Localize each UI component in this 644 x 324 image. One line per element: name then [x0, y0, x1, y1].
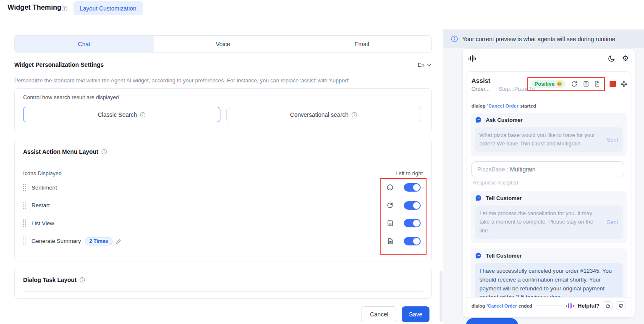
- chat-bubble-icon: [475, 252, 482, 259]
- moon-icon[interactable]: [607, 55, 615, 63]
- info-icon: [451, 35, 458, 42]
- message-text: I have successfully canceled your order …: [479, 267, 618, 297]
- conversation-area: dialog 'Cancel Order started Ask Custome…: [466, 96, 631, 297]
- assist-widget: Assist Order... Step: :Pizza To... Posit…: [466, 71, 631, 314]
- message-card: Ask Customer What pizza base would you l…: [471, 113, 627, 156]
- classic-search-label: Classic Search: [98, 111, 137, 118]
- chevron-down-icon: [427, 63, 432, 66]
- language-selector[interactable]: En: [418, 62, 432, 68]
- chat-bubble-icon: [475, 195, 482, 202]
- waveform-icon: [469, 55, 476, 62]
- search-display-label: Control how search result are displayed: [23, 94, 119, 100]
- info-icon[interactable]: [61, 5, 68, 12]
- thumbs-down-button[interactable]: [616, 301, 626, 310]
- response-status: Response Accepted: [473, 180, 624, 186]
- collapse-icon[interactable]: [620, 80, 628, 87]
- thumbs-up-button[interactable]: [603, 301, 613, 310]
- menu-row-list-view: List View: [15, 214, 431, 232]
- sentiment-badge: Positive: [531, 80, 565, 88]
- widget-footer: dialog 'Cancel Order ended Helpful?: [466, 297, 631, 314]
- preview-banner: Your current preview is what agents will…: [443, 29, 644, 48]
- divider: [15, 163, 431, 163]
- conversational-search-label: Conversational search: [290, 111, 348, 118]
- response-input-wrap: PizzaBase : Multigrain Response Accepted: [471, 161, 624, 191]
- drag-handle-icon[interactable]: [23, 202, 26, 209]
- page-title: Widget Theming: [8, 3, 61, 11]
- tab-email[interactable]: Email: [292, 36, 431, 52]
- cancel-button[interactable]: Cancel: [361, 306, 397, 322]
- input-label: PizzaBase :: [477, 166, 508, 173]
- assist-action-menu-card: Assist Action Menu Layout Icons Displaye…: [14, 139, 432, 261]
- menu-row-restart: Restart: [15, 197, 431, 215]
- tab-chat[interactable]: Chat: [15, 36, 154, 52]
- message-bubble: I have successfully canceled your order …: [475, 263, 623, 297]
- classic-search-option[interactable]: Classic Search: [23, 107, 220, 122]
- widget-header: ⚙: [463, 49, 635, 68]
- highlight-rectangle: Positive: [527, 77, 605, 91]
- message-bubble: Let me process the cancellation for you.…: [475, 205, 623, 238]
- divider: [537, 306, 563, 306]
- gear-icon[interactable]: ⚙: [622, 55, 629, 62]
- stop-button[interactable]: [610, 81, 616, 87]
- edit-pencil-icon[interactable]: [116, 238, 122, 244]
- drag-handle-icon[interactable]: [23, 184, 26, 191]
- divider: [539, 106, 626, 106]
- menu-row-sentiment: Sentiment: [15, 179, 431, 197]
- dialog-task-layout-card: Dialog Task Layout: [14, 268, 432, 299]
- restart-toggle[interactable]: [404, 201, 421, 210]
- divider: [494, 86, 494, 92]
- restart-icon: [387, 202, 393, 209]
- drag-handle-icon[interactable]: [23, 237, 26, 245]
- dialog-status: ended: [518, 303, 532, 308]
- chat-bubble-icon: [475, 116, 482, 124]
- list-view-toggle[interactable]: [404, 219, 421, 227]
- menu-row-generate-summary: Generate Summary 2 Times: [15, 232, 431, 250]
- dialog-prefix: dialog: [471, 303, 485, 308]
- divider: [23, 291, 423, 292]
- info-icon[interactable]: [351, 112, 357, 118]
- list-view-icon[interactable]: [583, 81, 589, 87]
- info-icon[interactable]: [101, 149, 107, 155]
- save-button[interactable]: Save: [402, 306, 429, 322]
- left-to-right-label: Left to right: [395, 170, 423, 176]
- row-label: Generate Summary: [31, 238, 81, 244]
- restart-icon[interactable]: [571, 81, 578, 87]
- list-view-icon: [387, 220, 393, 227]
- widget-bottom-button[interactable]: [466, 318, 518, 324]
- search-display-card: Control how search result are displayed …: [14, 88, 432, 133]
- drag-handle-icon[interactable]: [23, 219, 26, 227]
- personalization-heading: Widget Personalization Settings: [14, 61, 104, 68]
- helpful-label: Helpful?: [578, 303, 599, 309]
- smiley-emoji-icon: [557, 81, 562, 87]
- message-bubble: What pizza base would you like to have f…: [475, 127, 623, 152]
- language-value: En: [418, 62, 424, 68]
- summary-count-badge: 2 Times: [85, 237, 113, 245]
- dialog-started-row: dialog 'Cancel Order started: [471, 103, 626, 108]
- dialog-name[interactable]: 'Cancel Order: [487, 103, 518, 108]
- message-card: Tell Customer I have successfully cancel…: [471, 248, 627, 297]
- pizza-base-input[interactable]: PizzaBase : Multigrain: [471, 161, 624, 177]
- input-value: Multigrain: [510, 166, 536, 173]
- message-title: Tell Customer: [486, 195, 522, 201]
- personalization-description: Personalize the standard text within the…: [14, 77, 432, 84]
- conversational-search-option[interactable]: Conversational search: [226, 107, 421, 122]
- info-icon[interactable]: [140, 112, 146, 118]
- order-context[interactable]: Order...: [471, 86, 490, 92]
- summary-file-icon[interactable]: [594, 81, 600, 87]
- info-icon[interactable]: [79, 277, 85, 283]
- generate-summary-toggle[interactable]: [404, 237, 421, 245]
- layout-customization-tab[interactable]: Layout Customization: [73, 1, 143, 15]
- message-title: Tell Customer: [486, 253, 522, 259]
- summary-file-icon: [387, 238, 393, 245]
- message-text: Let me process the cancellation for you.…: [479, 209, 603, 234]
- message-title: Ask Customer: [486, 117, 523, 123]
- tab-voice[interactable]: Voice: [154, 36, 293, 52]
- channel-tabbar: Chat Voice Email: [14, 35, 432, 53]
- assist-action-menu-heading: Assist Action Menu Layout: [23, 148, 98, 155]
- sent-status: Sent: [607, 137, 618, 143]
- dialog-prefix: dialog: [471, 103, 486, 108]
- sentiment-toggle[interactable]: [404, 183, 421, 192]
- dialog-name[interactable]: 'Cancel Order: [487, 303, 517, 308]
- assist-header: Assist Order... Step: :Pizza To... Posit…: [466, 72, 631, 96]
- scrollbar-thumb[interactable]: [440, 271, 442, 322]
